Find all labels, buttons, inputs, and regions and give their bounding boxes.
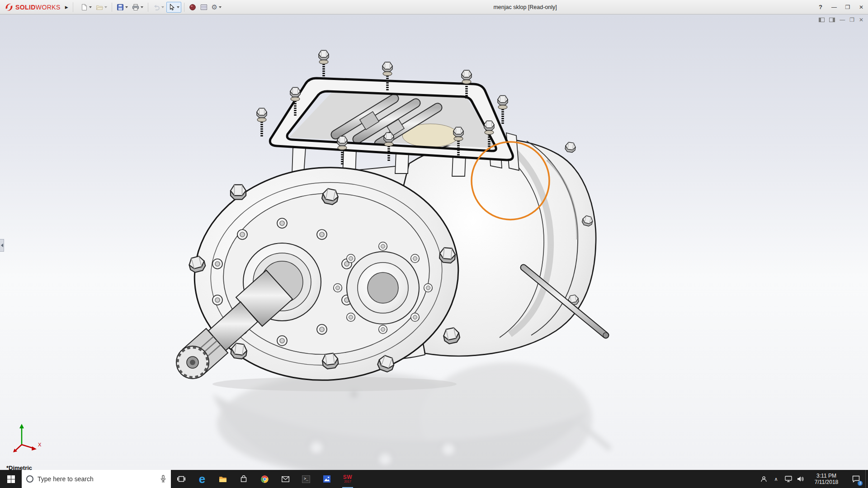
notification-badge: 3 (858, 481, 863, 486)
quick-access-toolbar: ⚙ (73, 2, 223, 13)
pane-right-icon[interactable] (829, 18, 835, 22)
display-settings-button[interactable] (198, 2, 209, 13)
task-view-button[interactable] (171, 470, 192, 488)
people-icon (760, 476, 767, 483)
save-icon (117, 4, 124, 11)
file-explorer-button[interactable] (212, 470, 233, 488)
people-button[interactable] (758, 470, 770, 488)
x-axis-label: X (38, 442, 42, 447)
edge-button[interactable]: e (192, 470, 212, 488)
mail-button[interactable] (275, 470, 296, 488)
toolbar-separator (112, 3, 112, 12)
terminal-icon: >_ (302, 475, 310, 483)
show-desktop-button[interactable] (865, 470, 868, 488)
close-button[interactable]: ✕ (854, 0, 868, 14)
save-button[interactable] (115, 2, 130, 13)
toolbar-separator (148, 3, 148, 12)
minimize-button[interactable]: — (827, 0, 841, 14)
doc-restore-button[interactable]: ❐ (849, 17, 854, 23)
photos-button[interactable] (316, 470, 337, 488)
windows-taskbar: e (0, 470, 868, 488)
hidden-icons-chevron[interactable]: ∧ (770, 470, 782, 488)
start-button[interactable] (0, 470, 22, 488)
toolbar-separator (184, 3, 184, 12)
y-axis-arrow (19, 424, 24, 428)
edge-icon: e (199, 473, 205, 485)
open-button[interactable] (94, 2, 109, 13)
store-button[interactable] (233, 470, 254, 488)
windows-logo-icon (7, 475, 15, 483)
new-document-icon (80, 4, 88, 11)
solidworks-logo: SOLIDWORKS (0, 3, 63, 12)
network-button[interactable] (782, 470, 794, 488)
menu-flyout-arrow[interactable]: ▶ (63, 2, 73, 12)
doc-close-button[interactable]: ✕ (859, 17, 863, 23)
document-title: menjac sklop [Read-only] (493, 4, 557, 10)
featuremanager-collapsed-tab[interactable] (0, 239, 4, 252)
pane-left-icon[interactable] (819, 18, 825, 22)
store-bag-icon (240, 475, 247, 483)
taskbar-search[interactable] (22, 470, 171, 488)
dropdown-caret-icon[interactable] (161, 6, 164, 8)
solidworks-year-label: 2017 (344, 480, 351, 483)
doc-minimize-button[interactable]: — (840, 17, 845, 23)
ds-logo-icon (5, 3, 14, 12)
options-button[interactable]: ⚙ (210, 2, 223, 13)
gearbox-3d-model[interactable] (0, 14, 868, 470)
volume-button[interactable] (794, 470, 807, 488)
open-folder-icon (96, 4, 103, 11)
folder-icon (219, 476, 227, 483)
dropdown-caret-icon[interactable] (125, 6, 128, 8)
dropdown-caret-icon[interactable] (219, 6, 222, 8)
microphone-icon[interactable] (160, 475, 166, 483)
x-axis-arrow (32, 446, 37, 450)
clock-time: 3:11 PM (816, 473, 836, 479)
side-port (334, 242, 433, 334)
gear-icon: ⚙ (212, 4, 217, 11)
chrome-icon (261, 475, 269, 483)
taskbar-clock[interactable]: 3:11 PM 7/11/2018 (807, 470, 846, 488)
select-arrow-icon (168, 4, 175, 11)
appearance-sphere-icon (189, 4, 196, 11)
orientation-triad: X (8, 420, 44, 455)
action-center-button[interactable]: 3 (846, 470, 865, 488)
select-tool-button[interactable] (166, 2, 181, 13)
chrome-button[interactable] (254, 470, 275, 488)
dropdown-caret-icon[interactable] (104, 6, 107, 8)
terminal-button[interactable]: >_ (296, 470, 316, 488)
maximize-button[interactable]: ❐ (841, 0, 854, 14)
task-view-icon (177, 475, 185, 483)
photos-icon (323, 475, 330, 483)
new-document-button[interactable] (79, 2, 94, 13)
solidworks-taskbar-button[interactable]: SW 2017 (337, 470, 358, 488)
brand-text: SOLIDWORKS (15, 4, 61, 11)
document-window-controls: — ❐ ✕ (819, 17, 863, 23)
system-tray: ∧ 3:11 PM 7/11/2018 (758, 470, 868, 488)
titlebar: SOLIDWORKS ▶ (0, 0, 868, 14)
help-button[interactable]: ? (814, 0, 827, 14)
print-button[interactable] (130, 2, 145, 13)
graphics-area[interactable]: — ❐ ✕ X *Dimetric (0, 14, 868, 470)
print-icon (132, 4, 139, 11)
undo-button[interactable] (151, 2, 166, 13)
appearance-button[interactable] (187, 2, 198, 13)
cortana-icon (26, 475, 33, 483)
search-input[interactable] (38, 475, 156, 483)
dropdown-caret-icon[interactable] (177, 6, 179, 8)
view-orientation-label: *Dimetric (6, 465, 32, 470)
volume-icon (797, 476, 804, 482)
dropdown-caret-icon[interactable] (141, 6, 143, 8)
mail-icon (282, 476, 289, 482)
network-icon (785, 476, 792, 482)
dropdown-caret-icon[interactable] (89, 6, 92, 8)
display-grid-icon (200, 4, 208, 11)
solidworks-window: SOLIDWORKS ▶ (0, 0, 868, 488)
clock-date: 7/11/2018 (815, 479, 839, 485)
solidworks-icon: SW (343, 474, 352, 480)
undo-icon (153, 4, 160, 11)
window-controls: ? — ❐ ✕ (814, 0, 868, 14)
